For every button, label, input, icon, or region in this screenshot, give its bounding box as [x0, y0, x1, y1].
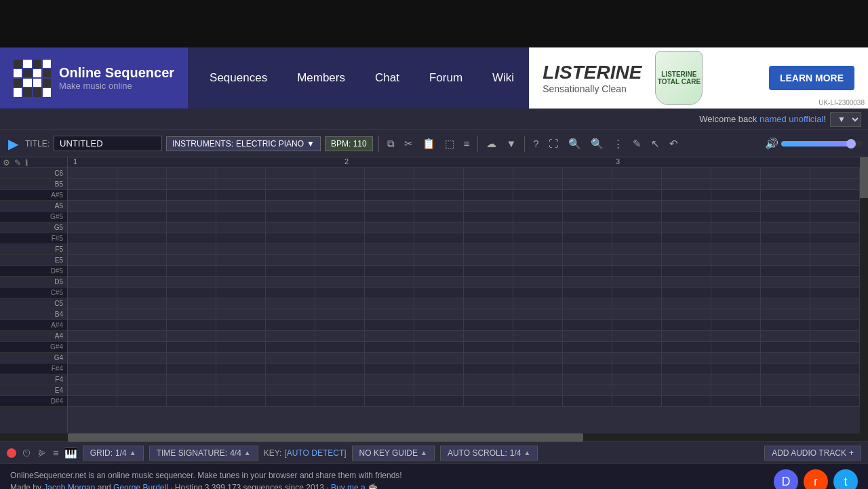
grid-cell[interactable]: [612, 353, 662, 363]
grid-cell[interactable]: [216, 374, 266, 385]
edit-button[interactable]: ✎: [630, 136, 644, 151]
grid-cell[interactable]: [315, 385, 365, 395]
instruments-selector[interactable]: INSTRUMENTS: ELECTRIC PIANO ▼: [166, 136, 321, 151]
grid-cell[interactable]: [761, 396, 810, 406]
grid-cell[interactable]: [414, 190, 464, 200]
grid-cell[interactable]: [513, 353, 563, 363]
grid-cell[interactable]: [662, 201, 711, 211]
grid-cell[interactable]: [414, 266, 464, 276]
grid-cell[interactable]: [711, 233, 761, 243]
grid-cell[interactable]: [810, 277, 860, 287]
grid-cell[interactable]: [365, 179, 414, 189]
grid-cell[interactable]: [810, 190, 860, 200]
record-button[interactable]: [7, 448, 16, 458]
twitter-icon[interactable]: t: [833, 469, 858, 489]
cloud-button[interactable]: ☁: [484, 136, 499, 151]
grid-cell[interactable]: [216, 266, 266, 276]
piano-key-ds5[interactable]: D#5: [0, 266, 67, 277]
grid-cell[interactable]: [513, 331, 563, 341]
grid-cell[interactable]: [612, 179, 662, 189]
grid-cell[interactable]: [662, 277, 711, 287]
grid-cell[interactable]: [810, 288, 860, 298]
grid-cell[interactable]: [810, 201, 860, 211]
grid-cell[interactable]: [167, 168, 216, 178]
grid-cell[interactable]: [266, 201, 315, 211]
grid-row[interactable]: [68, 179, 860, 190]
grid-cell[interactable]: [761, 385, 810, 395]
grid-cell[interactable]: [662, 320, 711, 330]
filter-icon[interactable]: ⫸: [37, 447, 47, 458]
grid-cell[interactable]: [216, 342, 266, 352]
grid-cell[interactable]: [464, 331, 513, 341]
grid-cell[interactable]: [464, 212, 513, 222]
grid-cell[interactable]: [513, 255, 563, 265]
grid-cell[interactable]: [464, 244, 513, 254]
grid-cell[interactable]: [711, 374, 761, 385]
grid-cell[interactable]: [612, 168, 662, 178]
grid-cell[interactable]: [117, 190, 167, 200]
grid-row[interactable]: [68, 331, 860, 342]
grid-cell[interactable]: [662, 385, 711, 395]
grid-row[interactable]: [68, 190, 860, 201]
grid-cell[interactable]: [711, 222, 761, 233]
grid-cell[interactable]: [612, 233, 662, 243]
grid-cell[interactable]: [761, 190, 810, 200]
grid-cell[interactable]: [414, 222, 464, 233]
grid-cell[interactable]: [711, 255, 761, 265]
grid-cell[interactable]: [315, 212, 365, 222]
grid-cell[interactable]: [711, 201, 761, 211]
grid-cell[interactable]: [711, 298, 761, 309]
grid-cell[interactable]: [365, 364, 414, 374]
grid-cell[interactable]: [662, 168, 711, 178]
grid-cell[interactable]: [266, 353, 315, 363]
grid-cell[interactable]: [266, 364, 315, 374]
volume-bar[interactable]: [781, 141, 863, 146]
grid-cell[interactable]: [612, 364, 662, 374]
grid-cell[interactable]: [612, 298, 662, 309]
grid-cell[interactable]: [563, 190, 612, 200]
grid-cell[interactable]: [315, 266, 365, 276]
grid-cell[interactable]: [563, 331, 612, 341]
grid-cell[interactable]: [612, 385, 662, 395]
grid-cell[interactable]: [662, 190, 711, 200]
piano-key-as4[interactable]: A#4: [0, 320, 67, 331]
grid-cell[interactable]: [365, 212, 414, 222]
grid-cell[interactable]: [266, 168, 315, 178]
grid-cell[interactable]: [414, 374, 464, 385]
piano-key-b4[interactable]: B4: [0, 309, 67, 320]
grid-cell[interactable]: [513, 266, 563, 276]
copy-button[interactable]: ⧉: [384, 136, 397, 151]
grid-cell[interactable]: [68, 222, 117, 233]
grid-cell[interactable]: [216, 364, 266, 374]
piano-key-d5[interactable]: D5: [0, 277, 67, 288]
grid-row[interactable]: [68, 277, 860, 288]
grid-cell[interactable]: [513, 244, 563, 254]
grid-cell[interactable]: [414, 277, 464, 287]
grid-cell[interactable]: [216, 298, 266, 309]
grid-cell[interactable]: [464, 396, 513, 406]
grid-cell[interactable]: [68, 179, 117, 189]
grid-cell[interactable]: [167, 277, 216, 287]
author2-link[interactable]: George Burdell: [113, 483, 168, 489]
grid-cell[interactable]: [464, 190, 513, 200]
piano-key-fs4[interactable]: F#4: [0, 364, 67, 374]
paste-button[interactable]: 📋: [420, 136, 438, 151]
grid-cell[interactable]: [563, 233, 612, 243]
author1-link[interactable]: Jacob Morgan: [43, 483, 95, 489]
select-button[interactable]: ⬚: [442, 136, 457, 151]
grid-cell[interactable]: [167, 396, 216, 406]
piano-key-c5[interactable]: C5: [0, 298, 67, 309]
grid-row[interactable]: [68, 244, 860, 255]
grid-cell[interactable]: [365, 244, 414, 254]
grid-row[interactable]: [68, 342, 860, 353]
grid-cell[interactable]: [810, 331, 860, 341]
grid-cell[interactable]: [68, 342, 117, 352]
grid-cell[interactable]: [68, 298, 117, 309]
grid-cell[interactable]: [167, 190, 216, 200]
grid-cell[interactable]: [167, 364, 216, 374]
grid-row[interactable]: [68, 288, 860, 298]
reddit-icon[interactable]: r: [804, 469, 828, 489]
grid-cell[interactable]: [513, 320, 563, 330]
grid-cell[interactable]: [464, 374, 513, 385]
nav-members[interactable]: Members: [282, 47, 360, 109]
